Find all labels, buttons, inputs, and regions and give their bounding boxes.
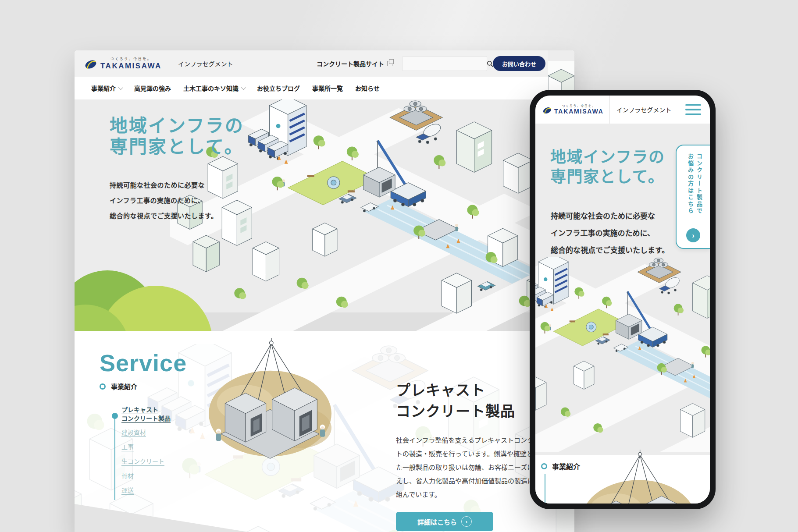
logo-tagline: つくろう、今日を。 <box>562 105 596 108</box>
chevron-down-icon <box>241 85 246 90</box>
contact-button[interactable]: お問い合わせ <box>493 56 545 71</box>
precast-lift-illustration <box>196 338 344 469</box>
menu-item-construction[interactable]: 工事 <box>121 443 171 451</box>
hero-section: 地域インフラの 専門家として。 持続可能な社会のために必要な インフラ工事の実施… <box>75 99 574 331</box>
search-box <box>402 56 487 71</box>
ring-bullet-icon <box>100 383 106 390</box>
logo-mark-icon <box>84 59 97 70</box>
chevron-down-icon <box>118 85 123 90</box>
primary-nav: 事業紹介 高見澤の強み 土木工事のキソ知識 お役立ちブログ 事業所一覧 お知らせ <box>75 77 548 99</box>
search-icon[interactable] <box>487 58 493 69</box>
menu-rail <box>545 474 545 504</box>
segment-label: インフラセグメント <box>178 59 233 68</box>
hero-body: 持続可能な社会のために必要な インフラ工事の実施のために、 総合的な視点でご支援… <box>110 177 244 223</box>
menu-rail <box>114 416 115 500</box>
city-illustration <box>535 257 710 452</box>
header-divider <box>609 96 610 124</box>
phone-mockup: つくろう、今日を。 TAKAMISAWA インフラセグメント 地域インフラの 専… <box>530 90 716 509</box>
mobile-service-section: 事業紹介 <box>535 455 710 504</box>
takamisawa-logo[interactable]: つくろう、今日を。 TAKAMISAWA <box>75 57 162 70</box>
menu-item-materials[interactable]: 建設資材 <box>121 428 171 437</box>
menu-item-precast[interactable]: プレキャスト コンクリート製品 <box>121 405 171 423</box>
nav-item-offices[interactable]: 事業所一覧 <box>312 84 343 92</box>
concrete-consult-tab[interactable]: コンクリート製品で お悩みの方はこちら › <box>676 145 710 249</box>
logo-tagline: つくろう、今日を。 <box>110 57 152 61</box>
segment-label: インフラセグメント <box>616 105 672 114</box>
service-title: Service <box>100 349 187 376</box>
chevron-right-circle-icon: › <box>461 516 472 527</box>
hero-title: 地域インフラの 専門家として。 <box>550 147 665 187</box>
search-input[interactable] <box>403 57 487 71</box>
nav-item-news[interactable]: お知らせ <box>355 84 380 92</box>
ring-bullet-icon <box>541 463 547 469</box>
concrete-site-link[interactable]: コンクリート製品サイト <box>317 59 392 68</box>
desktop-screenshot: 地域インフラの 専門家として。 持続可能な社会のために必要な インフラ工事の実施… <box>75 50 574 532</box>
nav-item-strengths[interactable]: 高見澤の強み <box>134 84 171 92</box>
hero-body: 持続可能な社会のために必要な インフラ工事の実施のために、 総合的な視点でご支援… <box>551 208 669 259</box>
detail-button[interactable]: 詳細はこちら › <box>396 512 493 531</box>
logo-mark-icon <box>542 106 552 114</box>
service-subtitle: 事業紹介 <box>100 382 137 391</box>
service-section: Service 事業紹介 プレキャスト コンクリート製品 建設資材 工事 生コン… <box>75 331 574 532</box>
nav-item-blog[interactable]: お役立ちブログ <box>257 84 300 92</box>
service-menu: プレキャスト コンクリート製品 建設資材 工事 生コンクリート 骨材 運送 <box>112 405 171 495</box>
hero-title: 地域インフラの 専門家として。 <box>110 115 244 157</box>
menu-item-ready-mixed[interactable]: 生コンクリート <box>121 457 171 466</box>
phone-screen: つくろう、今日を。 TAKAMISAWA インフラセグメント 地域インフラの 専… <box>535 96 710 504</box>
chevron-right-circle-icon[interactable]: › <box>686 228 700 242</box>
cta-vertical-label: コンクリート製品で お悩みの方はこちら <box>684 153 702 215</box>
header-divider <box>169 50 169 77</box>
mobile-header: つくろう、今日を。 TAKAMISAWA インフラセグメント <box>535 96 710 124</box>
precast-lift-illustration <box>570 450 707 504</box>
menu-item-aggregate[interactable]: 骨材 <box>121 472 171 480</box>
site-header: つくろう、今日を。 TAKAMISAWA インフラセグメント コンクリート製品サ… <box>75 50 548 77</box>
external-link-icon <box>387 61 392 66</box>
nav-item-basics[interactable]: 土木工事のキソ知識 <box>183 84 245 92</box>
menu-item-transport[interactable]: 運送 <box>121 486 171 495</box>
logo-brand: TAKAMISAWA <box>100 62 162 70</box>
hamburger-menu-icon[interactable] <box>685 103 701 117</box>
detail-body: 社会インフラ整備を支えるプレキャストコンクリートの製造・販売を行っています。側溝… <box>396 433 550 501</box>
nav-item-business[interactable]: 事業紹介 <box>91 84 122 92</box>
takamisawa-logo[interactable]: つくろう、今日を。 TAKAMISAWA <box>535 105 604 115</box>
logo-brand: TAKAMISAWA <box>554 108 604 114</box>
